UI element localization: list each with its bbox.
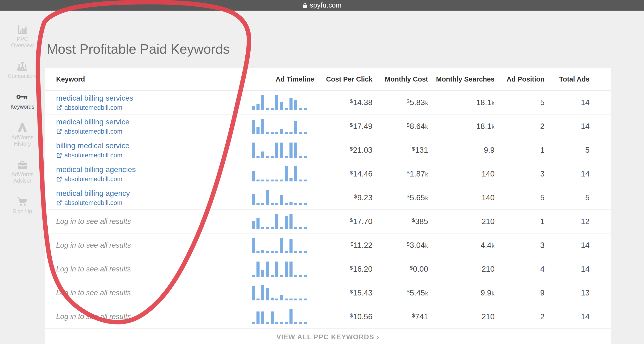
external-link-icon xyxy=(56,129,62,135)
table-row: Log in to see all results $10.56 $741 21… xyxy=(45,305,611,329)
value-amount: 14.38 xyxy=(353,98,372,107)
value-suffix: k xyxy=(425,100,428,106)
currency-symbol: $ xyxy=(350,265,353,271)
timeline-bar xyxy=(252,194,255,205)
keyword-link[interactable]: billing medical service xyxy=(56,141,250,150)
timeline-bar-zero xyxy=(290,299,292,301)
domain-link[interactable]: absolutemedbill.com xyxy=(56,199,250,207)
currency-symbol: $ xyxy=(354,193,357,199)
ad-position-cell: 1 xyxy=(494,217,544,226)
monthly-searches-cell: 9.9k xyxy=(428,288,494,297)
browser-address-bar[interactable]: spyfu.com xyxy=(0,0,644,10)
timeline-bar-zero xyxy=(266,227,269,229)
key-icon xyxy=(16,92,28,102)
timeline-bar xyxy=(275,95,278,110)
timeline-bar-zero xyxy=(304,132,307,134)
timeline-bar xyxy=(270,312,274,324)
login-to-see-results-link[interactable]: Log in to see all results xyxy=(56,265,250,273)
value-amount: 10.56 xyxy=(353,312,372,321)
page-title: Most Profitable Paid Keywords xyxy=(47,41,644,57)
timeline-bar-zero xyxy=(275,251,278,253)
timeline-bar xyxy=(294,121,297,134)
table-row: billing medical service absolutemedbill.… xyxy=(45,138,611,162)
timeline-bar-zero xyxy=(299,227,302,229)
timeline-bar xyxy=(261,312,264,324)
timeline-bar-zero xyxy=(304,180,307,181)
keyword-link[interactable]: medical billing agencies xyxy=(56,165,250,174)
ad-position-cell: 2 xyxy=(494,312,544,321)
value-amount: 8.64 xyxy=(410,122,425,131)
timeline-bar-zero xyxy=(299,180,302,181)
monthly-searches-cell: 18.1k xyxy=(428,122,494,131)
timeline-bar-zero xyxy=(270,108,274,110)
ad-timeline-cell xyxy=(250,309,318,324)
timeline-bar-zero xyxy=(285,203,288,205)
ad-timeline-sparkline xyxy=(252,309,307,324)
ad-timeline-cell xyxy=(250,285,318,301)
table-row: medical billing agency absolutemedbill.c… xyxy=(45,186,611,210)
table-row: medical billing agencies absolutemedbill… xyxy=(45,162,611,186)
timeline-bar-zero xyxy=(285,299,288,301)
domain-text: absolutemedbill.com xyxy=(64,152,122,159)
monthly-cost-cell: $1.87k xyxy=(372,169,428,178)
value-amount: 15.43 xyxy=(353,288,372,297)
monthly-cost-cell: $5.65k xyxy=(372,193,428,202)
value-amount: 210 xyxy=(482,217,494,226)
keyword-cell: billing medical service absolutemedbill.… xyxy=(45,141,250,159)
sidebar-item-sign-up[interactable]: Sign Up xyxy=(13,197,32,215)
keyword-cell: Log in to see all results xyxy=(45,289,250,297)
currency-symbol: $ xyxy=(412,313,415,318)
login-to-see-results-link[interactable]: Log in to see all results xyxy=(56,289,250,297)
value-suffix: k xyxy=(425,290,428,297)
table-row: Log in to see all results $16.20 $0.00 2… xyxy=(45,257,611,281)
monthly-searches-cell: 210 xyxy=(428,217,494,226)
value-amount: 210 xyxy=(482,312,494,321)
table-row: medical billing service absolutemedbill.… xyxy=(45,114,611,138)
cost-per-click-cell: $9.23 xyxy=(318,193,372,202)
column-header-cost-per-click: Cost Per Click xyxy=(318,75,372,83)
keywords-table-card: Keyword Ad Timeline Cost Per Click Month… xyxy=(45,68,611,344)
currency-symbol: $ xyxy=(412,146,415,152)
total-ads-cell: 14 xyxy=(544,98,590,107)
timeline-bar-zero xyxy=(294,203,297,205)
view-all-ppc-keywords-link[interactable]: VIEW ALL PPC KEYWORDS › xyxy=(276,333,379,342)
value-amount: 5.45 xyxy=(410,288,425,297)
timeline-bar-zero xyxy=(299,275,302,277)
login-to-see-results-link[interactable]: Log in to see all results xyxy=(56,241,250,250)
timeline-bar xyxy=(252,120,255,134)
domain-link[interactable]: absolutemedbill.com xyxy=(56,104,250,111)
value-suffix: k xyxy=(425,243,428,249)
keyword-cell: medical billing agency absolutemedbill.c… xyxy=(45,189,250,207)
timeline-bar xyxy=(256,127,260,134)
login-to-see-results-link[interactable]: Log in to see all results xyxy=(56,217,250,226)
value-amount: 5.65 xyxy=(410,193,425,202)
sidebar-item-adwords-history[interactable]: AdWords History xyxy=(6,123,38,147)
keyword-link[interactable]: medical billing services xyxy=(56,93,250,102)
timeline-bar-zero xyxy=(261,227,264,229)
domain-link[interactable]: absolutemedbill.com xyxy=(56,176,250,183)
table-row: Log in to see all results $15.43 $5.45k … xyxy=(45,281,611,305)
ad-timeline-sparkline xyxy=(252,285,307,301)
sidebar-item-competitors[interactable]: 213 Competitors xyxy=(8,62,37,79)
cost-per-click-cell: $16.20 xyxy=(318,265,372,274)
timeline-bar-zero xyxy=(256,203,260,205)
browser-url[interactable]: spyfu.com xyxy=(310,1,342,9)
sidebar-item-adwords-advisor[interactable]: AdWords Advisor xyxy=(6,160,38,184)
domain-link[interactable]: absolutemedbill.com xyxy=(56,152,250,159)
table-row: Log in to see all results $17.70 $385 21… xyxy=(45,210,611,234)
monthly-cost-cell: $8.64k xyxy=(372,122,428,131)
ad-timeline-cell xyxy=(250,119,318,134)
domain-link[interactable]: absolutemedbill.com xyxy=(56,128,250,135)
bar-chart-icon xyxy=(17,25,28,35)
timeline-bar-zero xyxy=(266,322,269,324)
keyword-link[interactable]: medical billing service xyxy=(56,117,250,126)
timeline-bar-zero xyxy=(285,251,288,253)
login-to-see-results-link[interactable]: Log in to see all results xyxy=(56,313,250,321)
monthly-searches-cell: 140 xyxy=(428,193,494,202)
table-row: medical billing services absolutemedbill… xyxy=(45,91,611,114)
sidebar-item-ppc-overview[interactable]: PPC Overview xyxy=(6,25,38,49)
sidebar-item-keywords[interactable]: Keywords xyxy=(10,92,34,110)
value-amount: 385 xyxy=(415,217,428,226)
keyword-link[interactable]: medical billing agency xyxy=(56,189,250,198)
timeline-bar-zero xyxy=(299,132,302,134)
